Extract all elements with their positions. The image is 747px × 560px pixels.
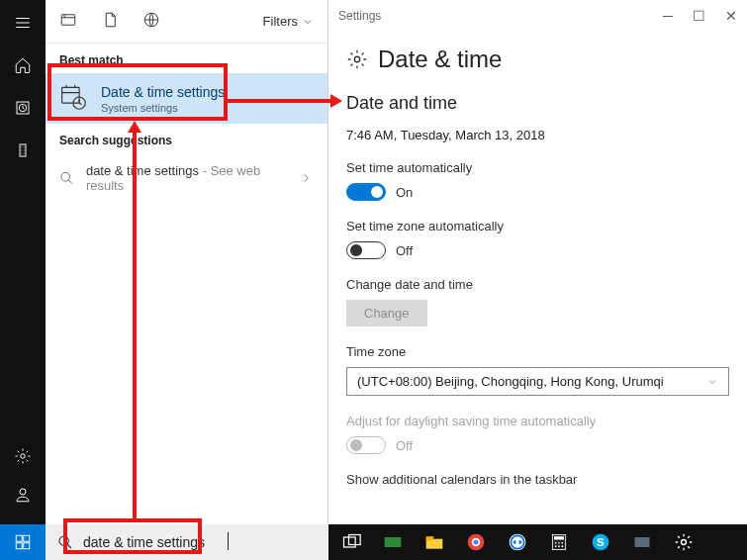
- svg-rect-20: [426, 536, 434, 540]
- minimize-button[interactable]: ─: [663, 9, 673, 23]
- file-explorer-icon[interactable]: [421, 529, 447, 555]
- chevron-down-icon: [302, 16, 314, 28]
- svg-rect-18: [385, 537, 402, 547]
- svg-rect-2: [20, 144, 26, 156]
- titlebar: Settings ─ ☐ ✕: [328, 0, 747, 32]
- window-title: Settings: [338, 9, 381, 23]
- auto-time-label: Set time automatically: [346, 160, 729, 175]
- suggestions-header: Search suggestions: [46, 124, 327, 153]
- svg-text:S: S: [597, 535, 605, 548]
- hamburger-icon[interactable]: [14, 14, 32, 35]
- search-bar[interactable]: [46, 524, 328, 560]
- dst-state: Off: [396, 438, 413, 453]
- svg-point-31: [555, 545, 557, 547]
- teamviewer-icon[interactable]: [505, 529, 530, 555]
- start-button[interactable]: [0, 524, 46, 560]
- svg-point-32: [558, 545, 560, 547]
- documents-tab-icon[interactable]: [101, 11, 119, 32]
- additional-cal-label: Show additional calendars in the taskbar: [346, 472, 729, 487]
- auto-time-toggle[interactable]: [346, 183, 386, 201]
- svg-point-23: [474, 540, 479, 545]
- home-icon[interactable]: [14, 56, 32, 77]
- svg-point-24: [510, 534, 526, 551]
- dst-label: Adjust for daylight saving time automati…: [346, 414, 729, 428]
- filters-label: Filters: [263, 14, 298, 29]
- skype-icon[interactable]: S: [588, 529, 613, 555]
- best-match-result[interactable]: Date & time settings System settings: [46, 73, 327, 124]
- change-button: Change: [346, 300, 427, 327]
- left-rail: [0, 0, 46, 560]
- settings-window: Settings ─ ☐ ✕ Date & time Date and time…: [328, 0, 747, 524]
- clock-square-icon[interactable]: [14, 99, 32, 120]
- chevron-right-icon: [299, 170, 314, 186]
- best-match-subtitle: System settings: [101, 102, 225, 114]
- auto-tz-toggle[interactable]: [346, 241, 386, 259]
- search-tabs: Filters: [46, 0, 327, 44]
- svg-rect-16: [344, 537, 356, 547]
- tz-select[interactable]: (UTC+08:00) Beijing, Chongqing, Hong Kon…: [346, 367, 729, 396]
- svg-point-3: [21, 454, 26, 459]
- calculator-icon[interactable]: [546, 529, 572, 555]
- taskbar-app-1[interactable]: [380, 529, 406, 555]
- text-caret: [228, 532, 229, 550]
- auto-tz-label: Set time zone automatically: [346, 219, 729, 233]
- current-datetime: 7:46 AM, Tuesday, March 13, 2018: [346, 128, 729, 142]
- svg-rect-5: [16, 535, 22, 541]
- dst-toggle: [346, 436, 386, 454]
- svg-rect-36: [635, 537, 650, 547]
- best-match-title: Date & time settings: [101, 84, 225, 100]
- svg-point-14: [59, 536, 68, 545]
- svg-point-29: [558, 542, 560, 544]
- svg-rect-17: [349, 535, 361, 545]
- svg-point-33: [562, 545, 564, 547]
- auto-time-state: On: [396, 185, 413, 200]
- svg-point-30: [562, 542, 564, 544]
- task-view-icon[interactable]: [338, 529, 364, 555]
- search-input[interactable]: [83, 534, 317, 550]
- chevron-down-icon: [706, 376, 718, 388]
- svg-point-37: [682, 540, 687, 545]
- taskbar-app-2[interactable]: [629, 529, 655, 555]
- maximize-button[interactable]: ☐: [693, 9, 705, 23]
- building-icon[interactable]: [14, 141, 32, 162]
- svg-rect-9: [61, 15, 75, 26]
- settings-taskbar-icon[interactable]: [671, 529, 697, 555]
- gear-icon[interactable]: [14, 447, 32, 468]
- search-pane: Filters Best match Date & time settings …: [46, 0, 328, 524]
- change-dt-label: Change date and time: [346, 277, 729, 292]
- svg-point-13: [61, 172, 70, 181]
- user-icon[interactable]: [14, 486, 32, 507]
- svg-point-4: [20, 489, 26, 495]
- svg-rect-11: [62, 87, 80, 103]
- svg-point-28: [555, 542, 557, 544]
- close-button[interactable]: ✕: [725, 9, 737, 23]
- auto-tz-state: Off: [396, 243, 413, 258]
- chrome-icon[interactable]: [463, 529, 489, 555]
- datetime-icon: [59, 83, 87, 114]
- svg-rect-27: [554, 536, 564, 539]
- svg-rect-6: [24, 535, 30, 541]
- search-icon: [59, 170, 74, 186]
- page-title: Date & time: [378, 46, 502, 73]
- gear-icon: [346, 48, 368, 70]
- search-icon: [57, 534, 73, 550]
- svg-point-15: [354, 56, 360, 62]
- section-title: Date and time: [346, 93, 729, 114]
- taskbar: S: [328, 524, 747, 560]
- web-tab-icon[interactable]: [142, 11, 160, 32]
- apps-tab-icon[interactable]: [59, 11, 77, 32]
- best-match-header: Best match: [46, 44, 327, 73]
- filters-dropdown[interactable]: Filters: [263, 14, 314, 29]
- tz-label: Time zone: [346, 344, 729, 359]
- svg-rect-8: [24, 543, 30, 549]
- web-suggestion[interactable]: date & time settings - See web results: [46, 153, 327, 203]
- page-header: Date & time: [346, 46, 729, 73]
- tz-value: (UTC+08:00) Beijing, Chongqing, Hong Kon…: [357, 374, 664, 389]
- suggestion-text: date & time settings: [86, 163, 199, 178]
- svg-rect-7: [16, 543, 22, 549]
